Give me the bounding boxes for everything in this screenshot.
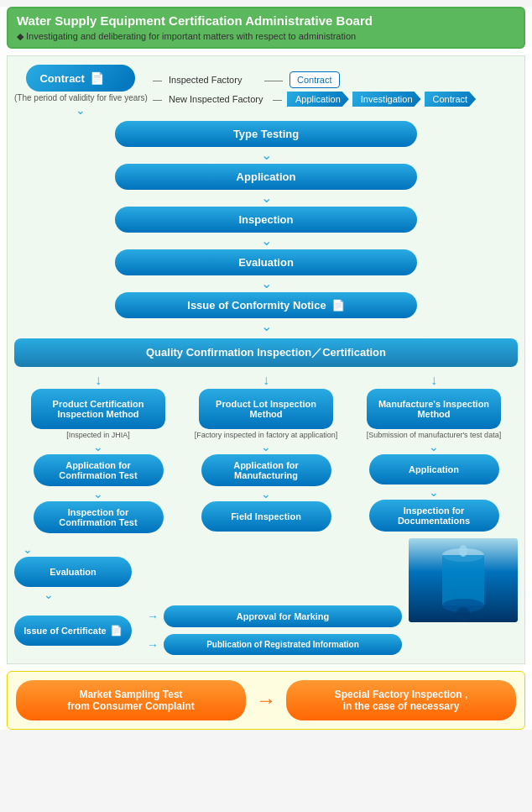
product-cert-method-box: Product Certification Inspection Method bbox=[31, 389, 165, 429]
special-factory-box: Special Factory Inspection ,in the case … bbox=[286, 680, 516, 720]
chevron-col1: ⌄ bbox=[93, 440, 103, 453]
bottom-area: ⌄ Evaluation ⌄ Issue of Certificate 📄 bbox=[14, 538, 518, 655]
arrow-right-pub: → bbox=[147, 638, 159, 652]
inspection-confirmation-label: Inspection for Confirmation Test bbox=[42, 507, 155, 527]
app-manufacturing-box: Application for Manufacturing bbox=[201, 454, 331, 486]
conformity-notice-label: Issue of Conformity Notice bbox=[187, 299, 326, 312]
page-wrapper: Water Supply Equipment Certification Adm… bbox=[0, 7, 532, 730]
svg-point-4 bbox=[459, 545, 467, 557]
down-arrow-3: ⌄ bbox=[14, 234, 518, 248]
field-inspection-box: Field Inspection bbox=[201, 501, 331, 532]
water-image bbox=[409, 538, 518, 622]
issue-cert-box: Issue of Certificate 📄 bbox=[14, 616, 132, 646]
three-col-container: ↓ Product Certification Inspection Metho… bbox=[14, 372, 518, 533]
down-arrow-5: ⌄ bbox=[14, 320, 518, 333]
down-arrow-4: ⌄ bbox=[14, 277, 518, 291]
inspection-docs-label: Inspection for Documentations bbox=[378, 506, 491, 526]
issue-cert-label: Issue of Certificate bbox=[23, 626, 106, 636]
inspection-box: Inspection bbox=[115, 207, 417, 233]
svg-point-5 bbox=[456, 607, 470, 621]
manufactures-sublabel: [Submission of manufacturer's test data] bbox=[367, 431, 501, 439]
cert-row: Issue of Certificate 📄 → Approval for Ma… bbox=[14, 605, 402, 655]
doc-icon-3: 📄 bbox=[110, 625, 123, 637]
confirmation-test-box: Application for Confirmation Test bbox=[34, 454, 164, 486]
inspected-factory-row: — Inspected Factory —— Contract bbox=[153, 71, 474, 88]
product-cert-method-label: Product Certification Inspection Method bbox=[39, 399, 157, 419]
product-lot-sublabel: [Factory inspected in factory at applica… bbox=[195, 431, 338, 439]
contract-validity: (The period of validity for five years) bbox=[14, 93, 148, 102]
down-arrow-2: ⌄ bbox=[14, 191, 518, 205]
product-cert-sublabel: [Inspected in JHIA] bbox=[66, 431, 130, 439]
contract-box: Contract 📄 bbox=[26, 65, 135, 92]
inspection-docs-box: Inspection for Documentations bbox=[369, 500, 499, 532]
application-right-box: Application bbox=[369, 454, 499, 485]
branch-line-h2: — bbox=[153, 94, 162, 104]
bottom-left: ⌄ Evaluation ⌄ Issue of Certificate 📄 bbox=[14, 538, 402, 655]
chevron-down-icon: ⌄ bbox=[76, 103, 86, 117]
inspected-factory-label: Inspected Factory bbox=[169, 75, 261, 85]
contract-row: Contract 📄 (The period of validity for f… bbox=[14, 65, 518, 118]
chevron-col3b: ⌄ bbox=[429, 485, 439, 499]
arrow-right: —— bbox=[264, 75, 283, 85]
approval-row: → Approval for Marking bbox=[147, 605, 402, 627]
arrow-col3: ↓ bbox=[430, 374, 437, 387]
board-subtitle: Investigating and deliberating for impor… bbox=[17, 31, 515, 42]
chevron-eval: ⌄ bbox=[44, 588, 402, 601]
manufactures-method-label: Manufacture's Inspection Method bbox=[375, 399, 493, 419]
conformity-notice-box: Issue of Conformity Notice 📄 bbox=[115, 292, 417, 318]
doc-icon: 📄 bbox=[90, 71, 104, 85]
publication-box: Publication of Registrated Information bbox=[164, 634, 402, 655]
publication-row: → Publication of Registrated Information bbox=[147, 634, 402, 655]
quality-bar: Quality Confirmation Inspection／Certific… bbox=[14, 338, 518, 367]
special-factory-label: Special Factory Inspection ,in the case … bbox=[335, 689, 468, 712]
arrow-col2: ↓ bbox=[263, 374, 269, 387]
chevron-col2b: ⌄ bbox=[261, 487, 271, 500]
application-arrow: Application bbox=[287, 92, 349, 107]
manufactures-method-box: Manufacture's Inspection Method bbox=[367, 389, 501, 429]
product-lot-method-box: Product Lot Inspection Method bbox=[199, 389, 333, 429]
investigation-arrow: Investigation bbox=[352, 92, 421, 107]
confirmation-test-label: Application for Confirmation Test bbox=[42, 460, 155, 480]
product-lot-method-label: Product Lot Inspection Method bbox=[207, 399, 325, 419]
flow-area: Contract 📄 (The period of validity for f… bbox=[7, 55, 525, 664]
col-product-lot: ↓ Product Lot Inspection Method [Factory… bbox=[186, 372, 346, 532]
arrow-right-approval: → bbox=[147, 610, 159, 623]
evaluation-box: Evaluation bbox=[115, 249, 417, 275]
inspection-confirmation-box: Inspection for Confirmation Test bbox=[34, 501, 164, 533]
chevron-col1b: ⌄ bbox=[93, 487, 103, 500]
new-factory-label: New Inspected Factory bbox=[169, 94, 269, 104]
chevron-col3: ⌄ bbox=[429, 440, 439, 453]
svg-rect-2 bbox=[442, 555, 484, 605]
conv-arrow1: ⌄ bbox=[23, 542, 33, 556]
type-testing-box: Type Testing bbox=[115, 121, 417, 147]
field-inspection-label: Field Inspection bbox=[231, 511, 301, 521]
contract2-arrow: Contract bbox=[425, 92, 477, 107]
contract-small-box: Contract bbox=[289, 71, 340, 88]
board-title: Water Supply Equipment Certification Adm… bbox=[17, 13, 515, 28]
convergence-arrows: ⌄ bbox=[14, 542, 402, 557]
application-right-label: Application bbox=[409, 464, 459, 474]
market-sampling-box: Market Sampling Testfrom Consumer Compla… bbox=[16, 680, 246, 720]
new-factory-row: — New Inspected Factory — Application In… bbox=[153, 92, 474, 107]
bottom-evaluation-box: Evaluation bbox=[14, 557, 132, 587]
col-product-cert: ↓ Product Certification Inspection Metho… bbox=[18, 372, 178, 533]
board-header: Water Supply Equipment Certification Adm… bbox=[7, 7, 525, 49]
app-manufacturing-label: Application for Manufacturing bbox=[210, 460, 323, 480]
right-approval-area: → Approval for Marking → Publication of … bbox=[147, 605, 402, 655]
chevron-col2: ⌄ bbox=[261, 440, 271, 453]
arrow-col1: ↓ bbox=[95, 374, 102, 387]
market-sampling-label: Market Sampling Testfrom Consumer Compla… bbox=[67, 689, 194, 712]
col-manufactures: ↓ Manufacture's Inspection Method [Submi… bbox=[354, 372, 514, 532]
down-arrow-1: ⌄ bbox=[14, 149, 518, 162]
approval-marking-box: Approval for Marking bbox=[164, 605, 402, 627]
branch-line-h: — bbox=[153, 75, 162, 85]
doc-icon-2: 📄 bbox=[331, 299, 345, 312]
footer-area: Market Sampling Testfrom Consumer Compla… bbox=[7, 671, 525, 730]
application-box: Application bbox=[115, 164, 417, 190]
footer-arrow-icon: → bbox=[256, 689, 276, 712]
contract-label: Contract bbox=[39, 72, 84, 85]
bottom-evaluation-label: Evaluation bbox=[50, 567, 96, 577]
